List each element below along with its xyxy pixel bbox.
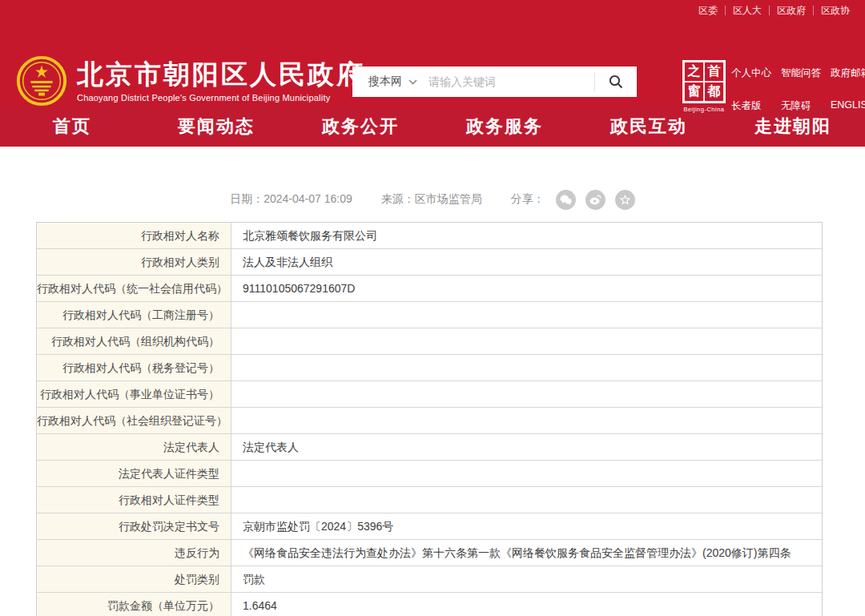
row-label: 处罚类别	[37, 566, 231, 592]
row-value	[231, 408, 822, 433]
search-scope-label: 搜本网	[368, 74, 402, 89]
chevron-down-icon	[408, 79, 417, 85]
weibo-share-icon[interactable]	[585, 190, 606, 210]
nav-item-gov-affairs[interactable]: 政务公开	[288, 115, 432, 139]
row-value: 罚款	[231, 566, 822, 592]
row-value: 法定代表人	[231, 434, 822, 460]
capital-char: 窗	[684, 82, 704, 102]
topbar-link-quzhengfu[interactable]: 区政府	[770, 6, 814, 15]
penalty-record-table: 行政相对人名称北京雅颂餐饮服务有限公司 行政相对人类别法人及非法人组织 行政相对…	[36, 222, 823, 616]
row-value	[231, 302, 822, 328]
wechat-share-icon[interactable]	[556, 190, 576, 210]
table-row: 行政处罚决定书文号京朝市监处罚〔2024〕5396号	[37, 513, 822, 540]
table-row: 行政相对人类别法人及非法人组织	[37, 249, 822, 276]
row-label: 行政相对人证件类型	[37, 487, 231, 513]
site-brand: 北京市朝阳区人民政府 Chaoyang District People's Go…	[77, 61, 365, 103]
link-personal-center[interactable]: 个人中心	[731, 66, 771, 80]
capital-char: 都	[704, 82, 724, 102]
row-value	[231, 381, 822, 407]
table-row: 行政相对人代码（组织机构代码）	[37, 328, 822, 355]
search-scope-dropdown[interactable]: 搜本网	[352, 74, 428, 89]
site-subtitle: Chaoyang District People's Government of…	[77, 93, 365, 103]
row-label: 行政相对人代码（组织机构代码）	[37, 328, 231, 354]
row-label: 罚款金额（单位万元）	[37, 593, 231, 616]
table-row: 行政相对人名称北京雅颂餐饮服务有限公司	[37, 223, 822, 249]
row-label: 违反行为	[37, 540, 231, 566]
row-value: 京朝市监处罚〔2024〕5396号	[231, 513, 822, 539]
row-label: 行政相对人名称	[37, 223, 231, 248]
search-box: 搜本网	[352, 66, 637, 97]
row-label: 行政相对人类别	[37, 249, 231, 275]
nav-item-about-chaoyang[interactable]: 走进朝阳	[721, 115, 865, 139]
link-accessibility[interactable]: 无障碍	[781, 99, 821, 113]
table-row: 违反行为《网络食品安全违法行为查处办法》第十六条第一款《网络餐饮服务食品安全监督…	[37, 540, 822, 566]
search-icon	[608, 74, 624, 90]
favorite-star-icon[interactable]	[615, 190, 635, 210]
capital-char: 首	[704, 62, 724, 82]
national-emblem-logo	[14, 53, 69, 109]
topbar-link-quzhengxie[interactable]: 区政协	[814, 6, 857, 15]
table-row: 行政相对人代码（社会组织登记证号）	[37, 408, 822, 434]
article-source: 来源：区市场监管局	[381, 192, 482, 207]
capital-char: 之	[684, 62, 704, 82]
table-row: 行政相对人代码（工商注册号）	[37, 302, 822, 328]
row-label: 法定代表人证件类型	[37, 461, 231, 486]
link-elderly-version[interactable]: 长者版	[731, 99, 771, 113]
row-label: 行政相对人代码（事业单位证书号）	[37, 381, 231, 407]
table-row: 法定代表人法定代表人	[37, 434, 822, 461]
row-label: 行政相对人代码（社会组织登记证号）	[37, 408, 231, 433]
capital-window-logo[interactable]: 之 首 窗 都 Beijing-China	[682, 60, 726, 113]
row-value: 法人及非法人组织	[231, 249, 822, 275]
row-value: 1.6464	[231, 593, 822, 616]
site-title: 北京市朝阳区人民政府	[77, 61, 365, 88]
table-row: 罚款金额（单位万元）1.6464	[37, 593, 822, 616]
table-row: 行政相对人证件类型	[37, 487, 822, 513]
row-value	[231, 487, 822, 513]
nav-item-interaction[interactable]: 政民互动	[577, 115, 721, 139]
capital-window-grid: 之 首 窗 都	[682, 60, 726, 103]
share-label: 分享：	[511, 192, 545, 207]
row-value: 《网络食品安全违法行为查处办法》第十六条第一款《网络餐饮服务食品安全监督管理办法…	[231, 540, 822, 566]
table-row: 处罚类别罚款	[37, 566, 822, 593]
table-row: 行政相对人代码（统一社会信用代码）91110105067291607D	[37, 276, 822, 302]
row-value	[231, 461, 822, 486]
nav-item-gov-services[interactable]: 政务服务	[432, 115, 577, 139]
article-date: 日期：2024-04-07 16:09	[230, 192, 352, 207]
article-meta: 日期：2024-04-07 16:09 来源：区市场监管局 分享：	[0, 188, 865, 211]
row-value	[231, 328, 822, 354]
search-input[interactable]	[428, 75, 594, 88]
site-header: 北京市朝阳区人民政府 Chaoyang District People's Go…	[0, 21, 865, 107]
capital-window-caption: Beijing-China	[682, 106, 726, 113]
row-label: 行政处罚决定书文号	[37, 513, 231, 539]
search-button[interactable]	[595, 66, 637, 97]
topbar: 区委 区人大 区政府 区政协	[0, 0, 865, 21]
table-row: 行政相对人代码（事业单位证书号）	[37, 381, 822, 408]
header-quick-links: 个人中心 智能问答 政府邮箱 长者版 无障碍 ENGLISH	[731, 66, 865, 113]
share-bar: 分享：	[511, 190, 635, 210]
row-label: 行政相对人代码（税务登记号）	[37, 355, 231, 380]
link-gov-mailbox[interactable]: 政府邮箱	[831, 66, 865, 80]
nav-item-home[interactable]: 首页	[0, 115, 144, 139]
row-value: 91110105067291607D	[231, 276, 822, 301]
table-row: 法定代表人证件类型	[37, 461, 822, 487]
topbar-link-qurenda[interactable]: 区人大	[726, 6, 770, 15]
link-smart-qa[interactable]: 智能问答	[781, 66, 821, 80]
row-label: 行政相对人代码（工商注册号）	[37, 302, 231, 328]
row-label: 行政相对人代码（统一社会信用代码）	[37, 276, 231, 301]
row-value	[231, 355, 822, 380]
table-row: 行政相对人代码（税务登记号）	[37, 355, 822, 381]
link-english[interactable]: ENGLISH	[831, 99, 865, 113]
row-label: 法定代表人	[37, 434, 231, 460]
topbar-link-quwei[interactable]: 区委	[691, 6, 726, 15]
row-value: 北京雅颂餐饮服务有限公司	[231, 223, 822, 248]
nav-item-news[interactable]: 要闻动态	[144, 115, 288, 139]
